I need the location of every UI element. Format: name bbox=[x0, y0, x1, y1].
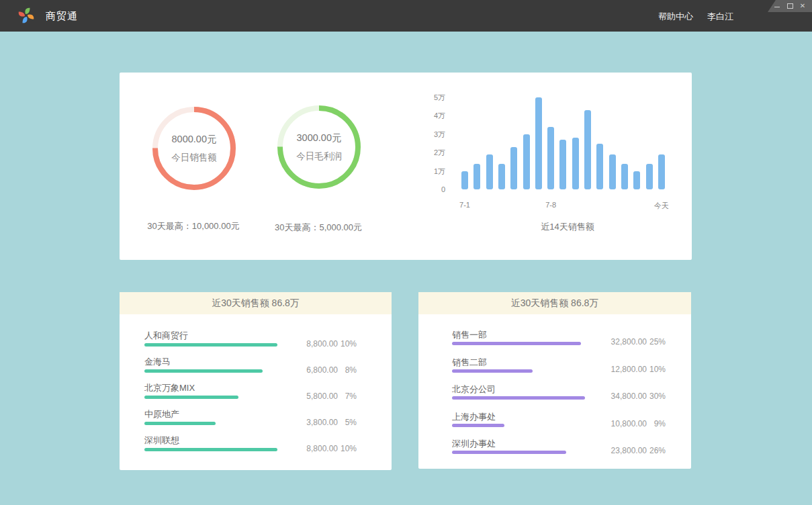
x-axis-tick: 7-1 bbox=[445, 201, 485, 209]
row-values: 8,800.0010% bbox=[284, 339, 357, 349]
row-percent: 25% bbox=[647, 337, 666, 347]
bar-chart-bar bbox=[523, 134, 530, 189]
profit-30d-max-note: 30天最高：5,000.00元 bbox=[251, 222, 386, 234]
row-values: 34,800.0030% bbox=[586, 392, 666, 401]
y-axis-tick: 5万 bbox=[412, 93, 445, 101]
row-amount: 3,800.00 bbox=[284, 418, 338, 427]
bar-chart-bar bbox=[461, 171, 468, 189]
titlebar-menu: 帮助中心 李白江 bbox=[658, 11, 733, 23]
sales-row: 中原地产3,800.005% bbox=[120, 407, 392, 434]
y-axis-tick: 3万 bbox=[412, 130, 445, 138]
row-amount: 5,800.00 bbox=[284, 392, 338, 401]
today-sales-label: 今日销售额 bbox=[171, 152, 217, 164]
row-label: 人和商贸行 bbox=[144, 330, 188, 342]
bar-chart-bar bbox=[510, 147, 517, 189]
row-amount: 6,800.00 bbox=[284, 365, 338, 375]
row-values: 12,800.0010% bbox=[586, 365, 666, 374]
app-title: 商贸通 bbox=[46, 10, 78, 23]
sales-row: 北京分公司34,800.0030% bbox=[418, 382, 691, 409]
today-sales-donut-center: 8000.00元 今日销售额 bbox=[150, 105, 238, 192]
sales-row: 销售一部32,800.0025% bbox=[418, 328, 691, 355]
y-axis-tick: 2万 bbox=[412, 148, 445, 156]
sales-row: 深圳办事处23,800.0026% bbox=[418, 437, 691, 463]
bar-chart-plot bbox=[461, 97, 676, 189]
sales-row: 深圳联想8,800.0010% bbox=[120, 433, 392, 460]
row-values: 6,800.008% bbox=[284, 365, 357, 375]
row-progress-bar bbox=[452, 369, 533, 373]
row-progress-bar bbox=[144, 448, 277, 451]
row-percent: 30% bbox=[647, 392, 666, 401]
row-values: 3,800.005% bbox=[284, 418, 357, 427]
row-label: 销售一部 bbox=[452, 329, 487, 341]
bar-chart-bar bbox=[486, 154, 493, 189]
row-percent: 10% bbox=[338, 444, 357, 453]
bar-chart-bar bbox=[535, 97, 542, 189]
today-sales-value: 8000.00元 bbox=[172, 133, 217, 146]
row-label: 金海马 bbox=[144, 356, 171, 368]
bar-chart-bar bbox=[547, 127, 554, 189]
bar-chart-bar bbox=[473, 164, 480, 189]
row-progress-bar bbox=[144, 369, 263, 373]
row-label: 北京万象MIX bbox=[144, 382, 195, 394]
bar-chart-bar bbox=[633, 171, 640, 189]
minimize-icon[interactable] bbox=[774, 3, 780, 9]
customers-card-title: 近30天销售额 86.8万 bbox=[120, 292, 392, 314]
row-amount: 32,800.00 bbox=[586, 337, 647, 347]
row-percent: 10% bbox=[338, 339, 357, 349]
row-progress-bar bbox=[144, 422, 216, 425]
sales-row: 销售二部12,800.0010% bbox=[418, 355, 691, 382]
departments-30d-card: 近30天销售额 86.8万 销售一部32,800.0025%销售二部12,800… bbox=[418, 292, 691, 469]
row-percent: 26% bbox=[647, 446, 666, 455]
row-progress-bar bbox=[452, 424, 504, 427]
row-values: 5,800.007% bbox=[284, 392, 357, 401]
close-icon[interactable]: ✕ bbox=[799, 3, 806, 9]
bar-chart-bar bbox=[584, 110, 591, 189]
row-progress-bar bbox=[452, 396, 585, 400]
maximize-icon[interactable] bbox=[786, 3, 793, 9]
row-label: 北京分公司 bbox=[452, 383, 496, 396]
row-progress-bar bbox=[452, 342, 581, 345]
departments-card-title: 近30天销售额 86.8万 bbox=[418, 292, 691, 314]
help-center-link[interactable]: 帮助中心 bbox=[658, 11, 693, 23]
row-values: 32,800.0025% bbox=[586, 337, 666, 347]
bar-chart-bar bbox=[609, 154, 616, 189]
sales-row: 上海办事处10,800.009% bbox=[418, 410, 691, 437]
row-label: 销售二部 bbox=[452, 357, 487, 369]
row-progress-bar bbox=[144, 396, 238, 399]
y-axis-tick: 4万 bbox=[412, 111, 445, 120]
row-label: 深圳联想 bbox=[144, 434, 179, 447]
row-percent: 9% bbox=[647, 419, 666, 428]
row-amount: 34,800.00 bbox=[586, 392, 647, 401]
y-axis-tick: 0 bbox=[412, 185, 445, 193]
sales-30d-max-note: 30天最高：10,000.00元 bbox=[126, 220, 261, 232]
app-window: 商贸通 帮助中心 李白江 ✕ 8000.00元 今日销售额 30天最高：10,0… bbox=[0, 0, 812, 505]
bar-chart-bar bbox=[621, 164, 628, 189]
overview-card: 8000.00元 今日销售额 30天最高：10,000.00元 3000.00元… bbox=[120, 73, 692, 260]
row-amount: 8,800.00 bbox=[284, 339, 338, 349]
window-controls: ✕ bbox=[768, 0, 812, 12]
bar-chart-bar bbox=[658, 154, 665, 189]
row-values: 10,800.009% bbox=[586, 419, 666, 428]
y-axis-tick: 1万 bbox=[412, 167, 445, 175]
row-label: 上海办事处 bbox=[452, 411, 496, 423]
row-amount: 12,800.00 bbox=[586, 365, 647, 374]
bar-chart-bar bbox=[498, 164, 505, 189]
row-progress-bar bbox=[144, 343, 277, 347]
app-logo-icon bbox=[17, 6, 36, 25]
sales-row: 人和商贸行8,800.0010% bbox=[120, 328, 392, 355]
row-label: 中原地产 bbox=[144, 408, 179, 420]
current-user-link[interactable]: 李白江 bbox=[707, 11, 733, 23]
bar-chart-bar bbox=[559, 140, 566, 189]
bar-chart-title: 近14天销售额 bbox=[500, 221, 635, 233]
sales-row: 金海马6,800.008% bbox=[120, 355, 392, 381]
bar-chart-bar bbox=[646, 164, 653, 189]
row-amount: 10,800.00 bbox=[586, 419, 647, 428]
row-percent: 10% bbox=[647, 365, 666, 374]
x-axis-tick: 7-8 bbox=[531, 201, 571, 209]
customers-row-list: 人和商贸行8,800.0010%金海马6,800.008%北京万象MIX5,80… bbox=[120, 314, 392, 470]
row-amount: 23,800.00 bbox=[586, 446, 647, 455]
row-percent: 7% bbox=[338, 392, 357, 401]
row-label: 深圳办事处 bbox=[452, 438, 496, 450]
customers-30d-card: 近30天销售额 86.8万 人和商贸行8,800.0010%金海马6,800.0… bbox=[120, 292, 392, 470]
titlebar: 商贸通 帮助中心 李白江 ✕ bbox=[0, 0, 812, 32]
